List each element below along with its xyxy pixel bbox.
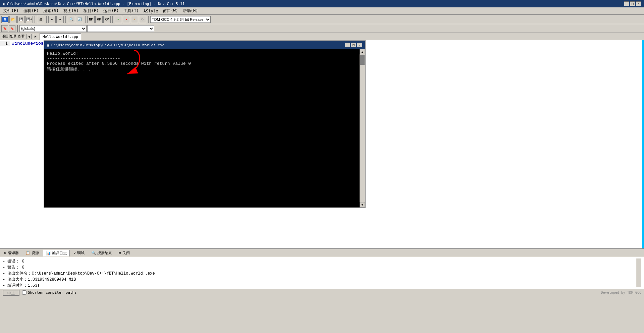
file-tab[interactable]: Hello.World!.cpp xyxy=(40,33,81,40)
menu-bar: 文件(F) 编辑(E) 搜索(S) 视图(V) 项目(P) 运行(R) 工具(T… xyxy=(0,7,644,15)
console-title-controls[interactable]: — □ ✕ xyxy=(345,43,362,47)
close-button[interactable]: ✕ xyxy=(636,1,641,6)
menu-search[interactable]: 搜索(S) xyxy=(41,7,61,14)
save-icon: 💾 xyxy=(19,17,23,21)
compile-button[interactable]: ✓ xyxy=(115,16,122,23)
cvs-button[interactable]: CV xyxy=(103,16,111,23)
compiler-select[interactable]: TDM-GCC 4.9.2 64-bit Release xyxy=(150,16,211,23)
bottom-log-area: - 错误： 0 - 警告： 0 - 输出文件名：C:\Users\admin\D… xyxy=(3,258,636,287)
compile-log-tab-label: 编译日志 xyxy=(52,251,67,256)
class-select[interactable]: {globals} xyxy=(19,25,87,32)
open-project-icon: OP xyxy=(97,18,101,21)
menu-project[interactable]: 项目(P) xyxy=(82,7,101,14)
menu-window[interactable]: 窗口(W) xyxy=(161,7,180,14)
compile-run-icon: ⚡ xyxy=(133,17,136,21)
separator-2 xyxy=(46,16,47,23)
print-icon: 🖨 xyxy=(39,17,42,21)
tab-debug[interactable]: ✓ 调试 xyxy=(71,250,88,256)
menu-run[interactable]: 运行(R) xyxy=(101,7,121,14)
run-button[interactable]: ✕ xyxy=(123,16,130,23)
nav-bar: 项目管理 查看 ◀ ▶ Hello.World!.cpp xyxy=(0,33,644,40)
open-project-button[interactable]: OP xyxy=(95,16,103,23)
compile-run-button[interactable]: ⚡ xyxy=(131,16,138,23)
shorten-paths-checkbox-wrapper[interactable]: Shorten compiler paths xyxy=(22,290,77,295)
tab-resources[interactable]: 📋 资源 xyxy=(23,250,42,256)
save-all-button[interactable]: 💾+ xyxy=(25,16,33,23)
rebuild-button[interactable]: ⟳ xyxy=(139,16,146,23)
nav-prev-button[interactable]: ◀ xyxy=(26,34,32,39)
title-bar-controls[interactable]: — □ ✕ xyxy=(624,1,641,6)
scroll-down-arrow[interactable]: ▼ xyxy=(360,202,365,207)
console-icon: ▣ xyxy=(47,43,49,47)
tab-search-results[interactable]: 🔍 搜索结果 xyxy=(89,250,115,256)
new-icon: N xyxy=(2,17,8,22)
minimize-button[interactable]: — xyxy=(624,1,629,6)
print-button[interactable]: 🖨 xyxy=(37,16,44,23)
scroll-track xyxy=(360,54,365,202)
compile-log-tab-icon: 📊 xyxy=(46,251,51,255)
undo-icon: ↩ xyxy=(51,17,53,21)
console-scrollbar[interactable]: ▲ ▼ xyxy=(360,49,365,207)
menu-astyle[interactable]: AStyle xyxy=(142,8,160,14)
menu-view[interactable]: 视图(V) xyxy=(61,7,81,14)
abort-button[interactable]: 中止 xyxy=(3,290,19,296)
compile-icon: ✓ xyxy=(117,17,119,21)
scroll-up-arrow[interactable]: ▲ xyxy=(360,49,365,54)
console-close-button[interactable]: ✕ xyxy=(357,43,362,47)
tab-compiler[interactable]: ⚙ 编译器 xyxy=(1,250,21,256)
close-tab-label: 关闭 xyxy=(122,250,130,255)
console-title-text: C:\Users\admin\Desktop\Dev-C++\YBT\Hello… xyxy=(51,43,165,47)
new-project-button[interactable]: NP xyxy=(87,16,95,23)
rebuild-icon: ⟳ xyxy=(141,17,144,21)
new-project-icon: NP xyxy=(89,18,93,21)
save-button[interactable]: 💾 xyxy=(17,16,25,23)
toggle-bookmark-button[interactable]: 🔖 xyxy=(1,25,8,32)
resources-tab-label: 资源 xyxy=(32,250,39,255)
console-minimize-button[interactable]: — xyxy=(345,43,350,47)
log-line-3: - 输出文件名：C:\Users\admin\Desktop\Dev-C++\Y… xyxy=(3,271,636,277)
menu-tools[interactable]: 工具(T) xyxy=(121,7,141,14)
menu-file[interactable]: 文件(F) xyxy=(1,7,21,14)
project-nav-label: 项目管理 xyxy=(1,34,16,39)
bottom-tabs: ⚙ 编译器 📋 资源 📊 编译日志 ✓ 调试 🔍 搜索结果 ⊠ 关闭 xyxy=(0,249,644,257)
maximize-button[interactable]: □ xyxy=(630,1,635,6)
console-window: ▣ C:\Users\admin\Desktop\Dev-C++\YBT\Hel… xyxy=(44,40,366,208)
func-select[interactable] xyxy=(87,25,154,32)
log-line-4: - 输出大小：1.83193492889404 MiB xyxy=(3,277,636,283)
scroll-thumb[interactable] xyxy=(360,55,365,65)
replace-button[interactable]: 🔄 xyxy=(76,16,83,23)
prev-bookmark-button[interactable]: 🔖 xyxy=(9,25,15,32)
search-results-tab-icon: 🔍 xyxy=(91,251,96,255)
watermark-text: Developed by TDM-GCC xyxy=(601,291,641,294)
menu-help[interactable]: 帮助(H) xyxy=(181,7,200,14)
open-button[interactable]: 📂 xyxy=(9,16,17,23)
redo-button[interactable]: ↪ xyxy=(56,16,64,23)
compiler-tab-icon: ⚙ xyxy=(4,251,6,255)
undo-button[interactable]: ↩ xyxy=(48,16,56,23)
menu-edit[interactable]: 编辑(E) xyxy=(21,7,41,14)
line-number-1: 1 xyxy=(0,41,10,46)
bookmark-icon: 🔖 xyxy=(3,27,7,30)
tab-compile-log[interactable]: 📊 编译日志 xyxy=(43,250,70,256)
new-button[interactable]: N xyxy=(1,16,9,23)
redo-icon: ↪ xyxy=(59,17,61,21)
compiler-tab-label: 编译器 xyxy=(8,250,19,255)
main-toolbar: N 📂 💾 💾+ 🖨 ↩ ↪ 🔍 🔄 NP OP CV ✓ ✕ xyxy=(0,15,644,24)
shorten-paths-label: Shorten compiler paths xyxy=(28,290,77,295)
bottom-scrollbar[interactable] xyxy=(636,258,641,287)
main-area: 1 #include<iostream> ▣ C:\Users\admin\De… xyxy=(0,40,644,248)
cvs-icon: CV xyxy=(105,18,109,21)
open-icon: 📂 xyxy=(11,17,15,21)
separator-3 xyxy=(65,16,66,23)
log-line-2: - 警告： 0 xyxy=(3,265,636,271)
console-maximize-button[interactable]: □ xyxy=(351,43,356,47)
search-results-tab-label: 搜索结果 xyxy=(97,250,112,255)
tab-close[interactable]: ⊠ 关闭 xyxy=(116,250,132,256)
find-button[interactable]: 🔍 xyxy=(68,16,75,23)
log-line-1: - 错误： 0 xyxy=(3,258,636,265)
find-icon: 🔍 xyxy=(69,17,73,21)
shorten-paths-checkbox[interactable] xyxy=(22,290,26,295)
console-title-bar: ▣ C:\Users\admin\Desktop\Dev-C++\YBT\Hel… xyxy=(44,41,365,49)
nav-next-button[interactable]: ▶ xyxy=(33,34,38,39)
replace-icon: 🔄 xyxy=(77,17,82,21)
